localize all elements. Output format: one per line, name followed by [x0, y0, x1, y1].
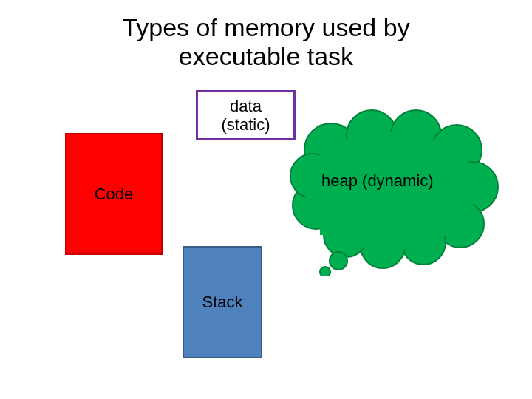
svg-point-14: [320, 267, 330, 276]
stack-label: Stack: [202, 293, 242, 311]
svg-point-12: [305, 132, 475, 250]
stack-box: Stack: [183, 246, 262, 358]
heap-label: heap (dynamic): [321, 171, 434, 191]
data-label-line1: data: [230, 97, 262, 115]
title-line-2: executable task: [179, 42, 353, 70]
heap-cloud-icon: [279, 109, 501, 276]
code-label: Code: [95, 185, 134, 203]
svg-point-13: [330, 252, 347, 270]
code-box: Code: [65, 133, 163, 255]
slide-title: Types of memory used by executable task: [0, 0, 532, 71]
title-line-1: Types of memory used by: [122, 13, 409, 41]
data-label-line2: (static): [222, 115, 270, 134]
